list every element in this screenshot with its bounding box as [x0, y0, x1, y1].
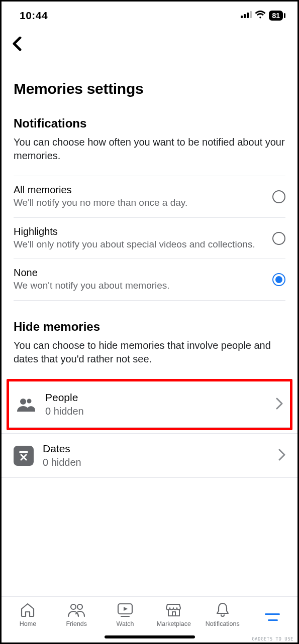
tab-marketplace[interactable]: Marketplace: [151, 602, 197, 627]
svg-rect-2: [247, 13, 249, 18]
option-none[interactable]: None We won't notify you about memories.: [14, 259, 285, 301]
watch-icon: [117, 602, 134, 618]
option-highlights[interactable]: Highlights We'll only notify you about s…: [14, 217, 285, 259]
radio-unchecked-icon: [272, 232, 285, 245]
dates-title: Dates: [43, 443, 269, 455]
back-button[interactable]: [13, 44, 22, 52]
notifications-description: You can choose how often you want to be …: [14, 136, 285, 163]
svg-point-8: [71, 604, 76, 609]
svg-point-5: [20, 399, 26, 405]
svg-rect-1: [244, 14, 246, 18]
people-highlight: People 0 hidden: [7, 379, 292, 430]
option-title: All memories: [14, 184, 266, 196]
radio-checked-icon: [272, 273, 285, 286]
option-sub: We'll only notify you about special vide…: [14, 238, 266, 251]
tab-label: Notifications: [206, 620, 240, 627]
people-sub: 0 hidden: [45, 406, 267, 417]
bell-icon: [215, 602, 230, 618]
notifications-heading: Notifications: [14, 116, 285, 131]
option-sub: We'll notify you no more than once a day…: [14, 197, 266, 209]
svg-point-9: [77, 604, 82, 609]
svg-point-6: [27, 399, 32, 403]
hide-dates-row[interactable]: Dates 0 hidden: [2, 433, 297, 478]
svg-rect-3: [250, 11, 252, 18]
radio-unchecked-icon: [272, 190, 285, 203]
option-sub: We won't notify you about memories.: [14, 280, 266, 292]
menu-icon: [264, 612, 279, 627]
tab-label: Watch: [117, 620, 134, 627]
marketplace-icon: [166, 602, 182, 618]
hide-heading: Hide memories: [14, 320, 285, 334]
dates-icon: [14, 446, 34, 466]
tab-notifications[interactable]: Notifications: [200, 602, 246, 627]
tab-friends[interactable]: Friends: [53, 602, 99, 627]
option-all-memories[interactable]: All memories We'll notify you no more th…: [14, 176, 285, 217]
option-title: Highlights: [14, 226, 266, 237]
chevron-right-icon: [276, 398, 283, 412]
option-title: None: [14, 267, 266, 279]
watermark: GADGETS TO USE: [252, 636, 293, 641]
chevron-left-icon: [13, 37, 22, 51]
tab-home[interactable]: Home: [5, 602, 51, 627]
tab-watch[interactable]: Watch: [102, 602, 148, 627]
home-icon: [20, 602, 36, 618]
hide-description: You can choose to hide memories that inv…: [14, 339, 285, 366]
people-title: People: [45, 392, 267, 404]
battery-icon: 81: [269, 11, 285, 21]
people-icon: [16, 395, 36, 415]
cellular-icon: [241, 11, 252, 20]
svg-rect-0: [241, 16, 243, 18]
hide-people-row[interactable]: People 0 hidden: [9, 381, 290, 428]
home-indicator: [105, 635, 195, 638]
status-bar: 10:44 81: [2, 2, 297, 27]
svg-rect-7: [19, 451, 28, 453]
tab-menu[interactable]: [248, 609, 294, 627]
nav-header: [2, 27, 297, 66]
wifi-icon: [255, 11, 266, 21]
svg-rect-4: [284, 13, 285, 18]
dates-sub: 0 hidden: [43, 457, 269, 468]
chevron-right-icon: [278, 449, 285, 463]
page-title: Memories settings: [14, 80, 285, 97]
tab-label: Friends: [66, 620, 87, 627]
status-time: 10:44: [20, 10, 48, 22]
tab-label: Marketplace: [157, 620, 191, 627]
friends-icon: [67, 602, 85, 618]
status-icons: 81: [241, 11, 285, 21]
tab-label: Home: [20, 620, 36, 627]
battery-level: 81: [269, 11, 283, 21]
